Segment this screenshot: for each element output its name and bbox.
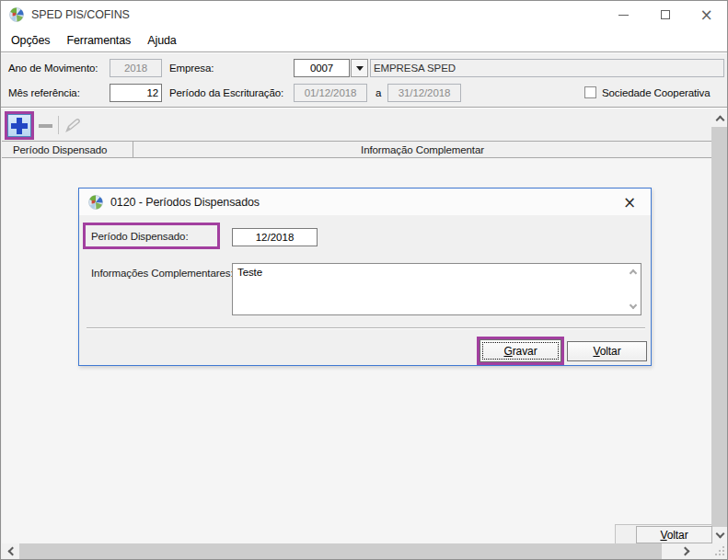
textarea-scrollbar[interactable]: [626, 264, 641, 314]
chevron-up-icon: [715, 116, 724, 125]
dialog-title-bar: 0120 - Períodos Dispensados ×: [79, 189, 651, 215]
app-window: SPED PIS/COFINS × Opções Ferramentas Aju…: [0, 0, 728, 560]
dialog-title: 0120 - Períodos Dispensados: [110, 196, 260, 209]
window-controls: ×: [603, 1, 727, 29]
grid-header: Período Dispensado Informação Complement…: [2, 141, 711, 158]
title-bar: SPED PIS/COFINS ×: [1, 1, 727, 29]
resize-grip[interactable]: [711, 543, 728, 559]
empresa-code-field[interactable]: [294, 59, 350, 77]
header-form: Ano de Movimento: Empresa: Mês referênci…: [1, 54, 727, 108]
informacoes-complementares-textarea[interactable]: Teste: [232, 263, 641, 315]
column-header-informacao-complementar[interactable]: Informação Complementar: [133, 142, 711, 157]
footer-panel: Voltar: [615, 524, 711, 543]
dialog-close-button[interactable]: ×: [616, 189, 643, 215]
dialog-0120-periodos-dispensados: 0120 - Períodos Dispensados × Período Di…: [78, 188, 652, 366]
minimize-icon: [618, 15, 629, 16]
sociedade-cooperativa-checkbox[interactable]: [584, 86, 596, 98]
horizontal-scroll-thumb[interactable]: [19, 543, 662, 559]
gravar-button[interactable]: Gravar: [480, 339, 561, 362]
dialog-logo-icon: [88, 195, 103, 210]
app-logo-icon: [9, 7, 24, 22]
remove-button[interactable]: [39, 124, 52, 128]
maximize-button[interactable]: [644, 1, 686, 29]
grid-toolbar: [2, 109, 728, 141]
gravar-button-highlight: Gravar: [477, 337, 564, 365]
dialog-voltar-button[interactable]: Voltar: [567, 341, 647, 361]
window-title: SPED PIS/COFINS: [31, 8, 130, 21]
menu-ferramentas[interactable]: Ferramentas: [58, 29, 139, 51]
close-icon: ×: [699, 7, 712, 23]
periodo-dispensado-label-highlight: Período Dispensado:: [83, 223, 220, 249]
periodo-escrituracao-label: Período da Escrituração:: [169, 87, 283, 98]
scroll-left-button[interactable]: [3, 543, 19, 559]
chevron-down-icon: [715, 530, 724, 539]
textarea-value: Teste: [237, 267, 262, 278]
chevron-down-icon: [630, 302, 637, 309]
ano-movimento-field: [110, 59, 162, 77]
horizontal-scrollbar[interactable]: [3, 543, 711, 559]
grip-dots-icon: [714, 545, 725, 556]
vertical-scroll-thumb[interactable]: [711, 127, 728, 527]
minimize-button[interactable]: [603, 1, 644, 29]
pencil-icon: [64, 116, 82, 134]
chevron-left-icon: [8, 547, 17, 556]
menu-opcoes[interactable]: Opções: [3, 29, 58, 51]
vertical-scrollbar[interactable]: [711, 110, 728, 543]
periodo-separator-label: a: [376, 87, 381, 98]
sociedade-cooperativa-label: Sociedade Cooperativa: [602, 87, 710, 98]
empresa-label: Empresa:: [169, 63, 214, 74]
empresa-dropdown-button[interactable]: [351, 59, 368, 77]
toolbar-separator: [58, 116, 59, 134]
scroll-down-button[interactable]: [711, 527, 728, 543]
add-button[interactable]: [7, 114, 31, 137]
mes-referencia-label: Mês referência:: [8, 87, 80, 98]
close-icon: ×: [623, 193, 636, 211]
periodo-inicio-field: [294, 84, 367, 102]
chevron-down-icon: [356, 66, 364, 71]
column-header-periodo-dispensado[interactable]: Período Dispensado: [2, 142, 133, 157]
scroll-up-button[interactable]: [711, 110, 728, 127]
mes-referencia-field[interactable]: [110, 84, 162, 102]
informacoes-complementares-label: Informações Complementares:: [91, 268, 234, 279]
menu-ajuda[interactable]: Ajuda: [139, 29, 184, 51]
periodo-dispensado-label: Período Dispensado:: [86, 231, 189, 242]
add-button-highlight: [5, 111, 34, 140]
chevron-right-icon: [681, 547, 690, 556]
footer-voltar-button[interactable]: Voltar: [636, 526, 712, 543]
empresa-name-field: [370, 59, 724, 77]
periodo-fim-field: [387, 84, 461, 102]
scroll-right-button[interactable]: [678, 543, 695, 559]
periodo-dispensado-field[interactable]: [232, 228, 318, 246]
dialog-separator: [87, 327, 645, 329]
close-button[interactable]: ×: [686, 1, 727, 29]
menu-bar: Opções Ferramentas Ajuda: [1, 29, 727, 52]
edit-button[interactable]: [64, 116, 82, 136]
ano-movimento-label: Ano de Movimento:: [8, 63, 98, 74]
chevron-up-icon: [630, 269, 637, 277]
maximize-icon: [661, 10, 670, 19]
